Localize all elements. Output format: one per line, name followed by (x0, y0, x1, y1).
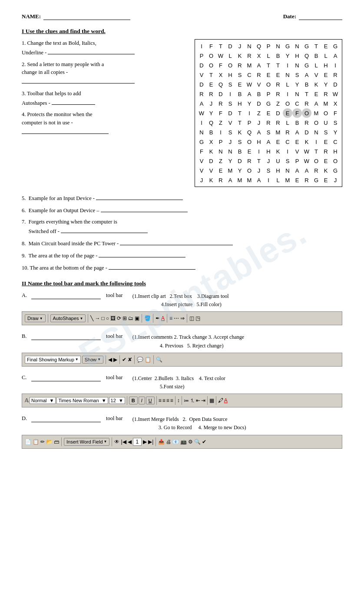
prev-rec-icon[interactable]: ◀ (128, 439, 132, 445)
q9-answer[interactable] (99, 250, 185, 257)
clipart-icon[interactable]: 🖼 (110, 315, 116, 321)
toolbar-a-name-field[interactable] (31, 292, 101, 299)
diagram-icon[interactable]: ⊞ (122, 315, 127, 321)
rotate-icon[interactable]: ⟳ (117, 315, 121, 321)
merge-icon2[interactable]: 📋 (33, 439, 39, 445)
toolbar-d-name-field[interactable] (31, 415, 101, 422)
autoshapes-button[interactable]: AutoShapes ▼ (50, 314, 86, 322)
increase-indent-icon[interactable]: ⇥ (201, 397, 205, 404)
header-row: NAME: Date: (22, 13, 342, 20)
ws-cell-2-12: L (311, 60, 321, 70)
view-merged-icon[interactable]: 👁 (114, 439, 119, 445)
textbox-icon[interactable]: ▣ (135, 315, 139, 321)
line-color-icon[interactable]: ✒ (156, 315, 160, 321)
last-rec-icon[interactable]: ▶| (148, 439, 153, 445)
show-button[interactable]: Show ▼ (82, 356, 103, 364)
bold-button[interactable]: B (129, 397, 138, 404)
next-change-icon[interactable]: ▶ (113, 357, 117, 363)
line-spacing-icon[interactable]: ↕ (177, 397, 180, 404)
clue-1-answer[interactable] (48, 47, 135, 54)
prev-change-icon[interactable]: ◀ (108, 357, 112, 363)
merge-icon5[interactable]: 🗃 (54, 439, 59, 445)
style-select[interactable]: Normal ▼ (30, 397, 56, 404)
rect-icon[interactable]: □ (101, 315, 104, 321)
q8-answer[interactable] (120, 238, 233, 245)
check-errors-icon[interactable]: ✔ (202, 439, 206, 445)
accept-icon[interactable]: ✔ (122, 357, 126, 363)
toolbar-a-label: A. tool bar (1.Insert clip art 2.Text bo… (22, 292, 342, 309)
reject-icon[interactable]: ✘ (128, 357, 132, 363)
merge-icon1[interactable]: 📄 (25, 439, 31, 445)
justify-icon[interactable]: ≡ (170, 397, 173, 404)
dash-style-icon[interactable]: ⋯ (174, 315, 179, 321)
date-field[interactable] (299, 13, 342, 20)
arrow-style-icon[interactable]: ⇒ (180, 315, 185, 321)
insert-field-button[interactable]: Insert Word Field ▼ (64, 438, 109, 446)
q6-answer[interactable] (101, 205, 188, 212)
arrow-icon[interactable]: → (95, 315, 100, 321)
decrease-indent-icon[interactable]: ⇤ (196, 397, 200, 404)
outside-border-icon[interactable]: ▦ (209, 397, 214, 404)
toolbar-b-name-field[interactable] (31, 333, 101, 340)
font-select[interactable]: Times New Roman ▼ (56, 397, 108, 404)
q7-answer[interactable] (61, 226, 148, 233)
3d-icon[interactable]: ◳ (195, 315, 200, 321)
size-select[interactable]: 12 ▼ (109, 397, 125, 404)
ws-cell-6-2: R (216, 99, 225, 108)
underline-button[interactable]: U (146, 397, 155, 404)
ws-cell-4-1: E (206, 80, 216, 89)
merge-fax-icon[interactable]: 📠 (180, 439, 187, 445)
line-style-icon[interactable]: ≡ (169, 315, 172, 321)
clue-3-answer[interactable] (52, 98, 95, 105)
align-right-icon[interactable]: ≡ (166, 397, 169, 404)
mail-merge-icon[interactable]: 📧 (172, 439, 179, 445)
align-center-icon[interactable]: ≡ (162, 397, 165, 404)
find-entry-icon[interactable]: 🔍 (194, 439, 201, 445)
ws-cell-13-2: E (216, 166, 225, 175)
numbering-icon[interactable]: ⒈ (190, 397, 195, 404)
sep-f5 (207, 396, 208, 405)
ws-cell-4-7: O (264, 80, 273, 89)
q10-answer[interactable] (109, 263, 195, 270)
merge-to-doc-icon[interactable]: 📤 (158, 439, 165, 445)
font-color-icon[interactable]: A (161, 315, 165, 321)
review-icon[interactable]: 🔍 (156, 357, 162, 363)
ws-cell-12-12: O (311, 156, 321, 166)
markup-dropdown[interactable]: Final Showing Markup ▼ (25, 356, 81, 364)
insert-comment-icon[interactable]: 💬 (137, 357, 143, 363)
ws-cell-14-11: R (302, 175, 311, 185)
ws-cell-11-0: F (197, 147, 206, 156)
font-color-btn[interactable]: A (224, 397, 228, 404)
clue-1-num: 1. (22, 40, 27, 46)
merge-icon4[interactable]: 📂 (46, 439, 53, 445)
bullets-icon[interactable]: ≔ (184, 397, 189, 404)
merge-icon3[interactable]: ✏ (40, 439, 45, 445)
ws-cell-11-6: I (254, 147, 264, 156)
ws-cell-12-13: E (321, 156, 331, 166)
toolbar-c-name-field[interactable] (31, 374, 101, 381)
name-field[interactable] (43, 13, 130, 20)
toolbar-d-desc: (1.Insert Merge Fields 2. Open Data Sour… (132, 415, 246, 432)
italic-button[interactable]: I (139, 397, 145, 404)
draw-button[interactable]: Draw ▼ (25, 314, 46, 322)
merge-to-printer-icon[interactable]: 🖨 (166, 439, 171, 445)
track-icon[interactable]: 📋 (145, 357, 151, 363)
clue-2-answer[interactable] (22, 77, 135, 83)
picture-icon[interactable]: 🗂 (128, 315, 133, 321)
align-left-icon[interactable]: ≡ (159, 397, 162, 404)
highlight-icon[interactable]: 🖍 (218, 397, 223, 404)
line-icon[interactable]: ╲ (90, 315, 93, 321)
fill-icon[interactable]: 🪣 (144, 315, 151, 321)
clue-4-answer[interactable] (22, 127, 109, 134)
ws-cell-14-5: M (245, 175, 254, 185)
next-rec-icon[interactable]: ▶ (143, 439, 147, 445)
shadow-icon[interactable]: ◫ (189, 315, 194, 321)
ws-cell-7-2: F (216, 108, 225, 118)
ws-cell-8-13: U (321, 118, 331, 127)
sep-m1 (106, 355, 106, 364)
rec-num[interactable]: 1 (133, 438, 142, 446)
q5-answer[interactable] (96, 193, 183, 200)
merge-options-icon[interactable]: ⚙ (188, 439, 193, 445)
first-rec-icon[interactable]: |◀ (121, 439, 126, 445)
oval-icon[interactable]: ○ (106, 315, 109, 321)
